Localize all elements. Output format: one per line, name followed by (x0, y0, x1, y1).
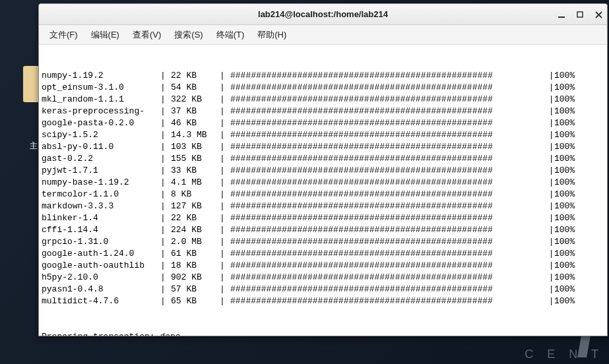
terminal-output[interactable]: numpy-1.19.2| 22 KB| ###################… (39, 45, 607, 336)
package-row: blinker-1.4| 22 KB| ####################… (42, 212, 604, 224)
separator: | (544, 70, 554, 82)
package-row: gast-0.2.2| 155 KB| ####################… (42, 153, 604, 165)
separator: | (544, 153, 554, 165)
package-row: grpcio-1.31.0| 2.0 MB| #################… (42, 236, 604, 248)
separator: | (220, 248, 230, 260)
progress-bar: ########################################… (230, 295, 544, 307)
separator: | (160, 236, 171, 248)
separator: | (544, 177, 554, 189)
separator: | (220, 200, 230, 212)
separator: | (160, 141, 171, 153)
package-size: 33 KB (171, 165, 220, 177)
package-row: numpy-base-1.19.2| 4.1 MB| #############… (42, 177, 604, 189)
brand-text: C E N T (525, 348, 604, 361)
package-name: multidict-4.7.6 (42, 295, 160, 307)
separator: | (544, 236, 554, 248)
package-row: h5py-2.10.0| 902 KB| ###################… (42, 272, 604, 284)
package-row: pyjwt-1.7.1| 33 KB| ####################… (42, 165, 604, 177)
separator: | (160, 165, 171, 177)
package-name: termcolor-1.1.0 (42, 189, 160, 200)
separator: | (160, 117, 171, 129)
package-size: 61 KB (171, 248, 220, 260)
package-name: numpy-1.19.2 (42, 70, 160, 82)
separator: | (220, 260, 230, 272)
package-name: pyjwt-1.7.1 (42, 165, 160, 177)
package-percent: 100% (554, 284, 575, 295)
progress-bar: ########################################… (230, 117, 544, 129)
package-row: absl-py-0.11.0| 103 KB| ################… (42, 141, 604, 153)
separator: | (544, 260, 554, 272)
menu-edit[interactable]: 编辑(E) (84, 26, 126, 44)
package-name: keras-preprocessing- (42, 106, 160, 117)
package-percent: 100% (554, 94, 575, 106)
separator: | (544, 200, 554, 212)
package-percent: 100% (554, 82, 575, 94)
progress-bar: ########################################… (230, 272, 544, 284)
package-percent: 100% (554, 141, 575, 153)
package-row: pyasn1-0.4.8| 57 KB| ###################… (42, 284, 604, 295)
separator: | (544, 165, 554, 177)
progress-bar: ########################################… (230, 82, 544, 94)
progress-bar: ########################################… (230, 106, 544, 117)
progress-bar: ########################################… (230, 70, 544, 82)
menu-terminal[interactable]: 终端(T) (210, 26, 251, 44)
progress-bar: ########################################… (230, 212, 544, 224)
separator: | (544, 212, 554, 224)
progress-bar: ########################################… (230, 94, 544, 106)
package-row: markdown-3.3.3| 127 KB| ################… (42, 200, 604, 212)
separator: | (544, 82, 554, 94)
package-percent: 100% (554, 189, 575, 200)
package-name: cffi-1.14.4 (42, 224, 160, 236)
package-percent: 100% (554, 212, 575, 224)
package-size: 127 KB (171, 200, 220, 212)
package-name: blinker-1.4 (42, 212, 160, 224)
separator: | (220, 177, 230, 189)
package-row: google-auth-oauthlib| 18 KB| ###########… (42, 260, 604, 272)
separator: | (544, 284, 554, 295)
menubar: 文件(F) 编辑(E) 查看(V) 搜索(S) 终端(T) 帮助(H) (39, 25, 607, 45)
separator: | (220, 94, 230, 106)
separator: | (160, 70, 171, 82)
progress-bar: ########################################… (230, 284, 544, 295)
minimize-button[interactable] (556, 9, 567, 20)
window-titlebar[interactable]: lab214@localhost:/home/lab214 (39, 4, 607, 25)
progress-bar: ########################################… (230, 248, 544, 260)
progress-bar: ########################################… (230, 153, 544, 165)
package-percent: 100% (554, 129, 575, 141)
menu-view[interactable]: 查看(V) (126, 26, 168, 44)
progress-bar: ########################################… (230, 260, 544, 272)
menu-help[interactable]: 帮助(H) (251, 26, 293, 44)
separator: | (160, 177, 171, 189)
package-size: 18 KB (171, 260, 220, 272)
menu-search[interactable]: 搜索(S) (168, 26, 209, 44)
progress-bar: ########################################… (230, 236, 544, 248)
maximize-icon (577, 11, 583, 18)
separator: | (544, 117, 554, 129)
close-button[interactable] (593, 9, 604, 20)
package-percent: 100% (554, 177, 575, 189)
svg-rect-1 (577, 12, 583, 17)
separator: | (160, 212, 171, 224)
package-percent: 100% (554, 153, 575, 165)
separator: | (544, 272, 554, 284)
package-size: 37 KB (171, 106, 220, 117)
package-name: grpcio-1.31.0 (42, 236, 160, 248)
menu-file[interactable]: 文件(F) (43, 26, 84, 44)
separator: | (544, 248, 554, 260)
separator: | (544, 106, 554, 117)
package-name: google-auth-1.24.0 (42, 248, 160, 260)
package-percent: 100% (554, 272, 575, 284)
separator: | (160, 272, 171, 284)
package-size: 46 KB (171, 117, 220, 129)
maximize-button[interactable] (574, 9, 586, 20)
separator: | (220, 129, 230, 141)
package-size: 322 KB (171, 94, 220, 106)
separator: | (544, 189, 554, 200)
package-size: 14.3 MB (171, 129, 220, 141)
separator: | (160, 94, 171, 106)
package-percent: 100% (554, 236, 575, 248)
separator: | (160, 200, 171, 212)
separator: | (160, 189, 171, 200)
package-size: 65 KB (171, 295, 220, 307)
separator: | (220, 70, 230, 82)
